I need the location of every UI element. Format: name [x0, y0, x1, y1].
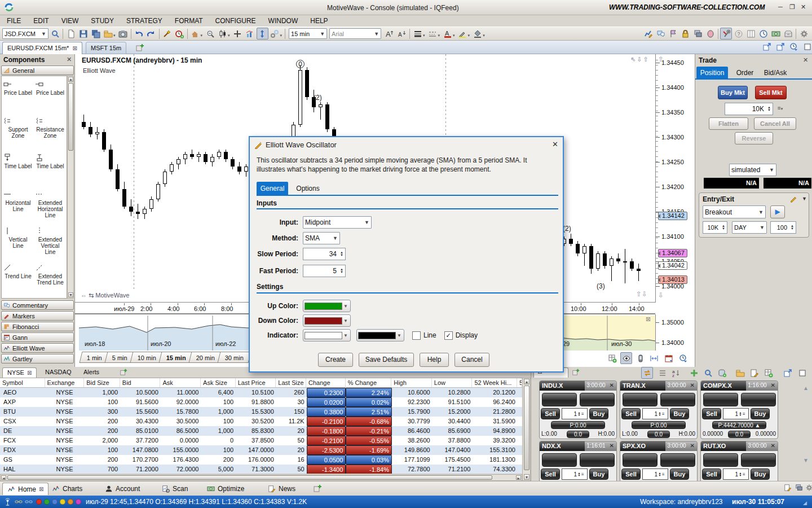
dom-buy-button[interactable]: Buy — [751, 468, 770, 480]
component-item[interactable]: Resistance Zone — [35, 115, 65, 151]
dom-sell-button[interactable]: Sell — [541, 408, 560, 419]
column-header-last-size[interactable]: Last Size — [276, 378, 306, 387]
account-select[interactable]: simulated▼ — [729, 164, 776, 176]
component-item[interactable]: Time Label — [3, 152, 33, 187]
table-row-HAL[interactable]: HALNYSE70071.200072.00005,00071.300050-1… — [0, 465, 522, 474]
column-header--change[interactable]: % Change — [346, 378, 392, 387]
table-row-FCX[interactable]: FCXNYSE2,00037.72000.0000037.850050-0.21… — [0, 436, 522, 445]
column-header-5[interactable]: 5 — [517, 378, 522, 387]
add-table-icon[interactable] — [762, 367, 774, 379]
stepper-arrows-icon[interactable]: ▲▼ — [577, 411, 581, 416]
tab-close-icon[interactable]: ⊠ — [27, 370, 32, 376]
column-header-symbol[interactable]: Symbol — [0, 378, 45, 387]
trade-tab-order[interactable]: Order — [731, 67, 758, 79]
components-close-icon[interactable]: ✕ — [67, 56, 72, 63]
dom-scroll-up-icon[interactable]: ▲ — [803, 385, 809, 391]
stepper-arrows-icon[interactable]: ▲▼ — [577, 472, 581, 476]
component-item[interactable]: Extended Trend Line — [35, 262, 65, 297]
dom-position-button[interactable]: P:4442.70000 ▲ — [712, 421, 766, 429]
column-header-low[interactable]: Low — [432, 378, 473, 387]
dom-bid-button[interactable] — [703, 393, 738, 406]
component-item[interactable]: Support Zone — [3, 115, 33, 151]
comments-icon[interactable] — [655, 28, 667, 40]
column-header-last-price[interactable]: Last Price — [236, 378, 276, 387]
settings-gear-icon[interactable] — [798, 28, 810, 40]
dom-buy-button[interactable]: Buy — [670, 408, 689, 419]
axis-down-icon[interactable]: ⇩ — [658, 291, 664, 299]
dom-ask-button[interactable] — [660, 393, 695, 406]
font-combo[interactable]: Arial▼ — [329, 28, 381, 39]
dom-bid-button[interactable] — [542, 393, 577, 406]
lock-alerts-icon[interactable] — [679, 28, 691, 40]
qty-presets-icon[interactable]: ≡ — [581, 472, 587, 477]
redo-icon[interactable] — [145, 28, 157, 40]
grid-columns-icon[interactable] — [745, 28, 757, 40]
sell-mkt-button[interactable]: Sell Mkt — [755, 86, 787, 99]
components-section-fibonacci[interactable]: Fibonacci — [1, 322, 74, 331]
timeframe-combo[interactable]: 15 min▼ — [289, 28, 327, 39]
dom-qty-stepper[interactable]: 1▲▼≡ — [562, 408, 588, 419]
dom-close-icon[interactable]: ✕ — [607, 441, 616, 451]
search-icon[interactable] — [49, 28, 61, 40]
stepper-arrows-icon[interactable]: ▲▼ — [766, 106, 773, 112]
table-row-BTU[interactable]: BTUNYSE30015.560015.78001,00015.53001500… — [0, 407, 522, 417]
qty-presets-icon[interactable]: ≡ — [662, 411, 668, 417]
dom-ask-button[interactable] — [660, 453, 695, 467]
stepper-arrows-icon[interactable]: ▲▼ — [657, 472, 662, 476]
link-dot[interactable] — [76, 499, 81, 505]
add-page-icon[interactable] — [313, 484, 322, 493]
time-settings-icon[interactable] — [757, 28, 769, 40]
dialog-tab-general[interactable]: General — [257, 182, 288, 195]
components-section-gann[interactable]: Gann — [1, 332, 74, 342]
tab-close-icon[interactable]: ⊠ — [39, 486, 43, 492]
highlight-icon[interactable] — [457, 28, 469, 40]
page-settings-icon[interactable] — [805, 484, 812, 492]
link-dot[interactable] — [44, 499, 50, 505]
edit-watchlist-icon[interactable] — [748, 367, 760, 379]
qty-presets-icon[interactable]: ≡ — [743, 411, 748, 417]
scroll-right-icon[interactable]: ▸ — [516, 475, 521, 480]
dom-buy-button[interactable]: Buy — [670, 468, 689, 480]
table-row-GS[interactable]: GSNYSE200170.2700176.4300200176.0000160.… — [0, 455, 522, 465]
font-increase-icon[interactable]: A — [383, 28, 395, 40]
chart-tab-2[interactable]: MSFT 15m — [86, 42, 126, 54]
time-export-icon[interactable] — [677, 352, 689, 364]
link-dot[interactable] — [36, 499, 42, 505]
auto-scale-icon[interactable] — [257, 28, 268, 40]
dom-qty-stepper[interactable]: 1▲▼≡ — [723, 468, 749, 480]
new-chart-tab-icon[interactable] — [135, 43, 144, 52]
slow-period-stepper[interactable]: 34▲▼ — [303, 248, 346, 260]
mobile-sync-icon[interactable] — [634, 352, 646, 364]
up-color-picker[interactable]: ▼ — [303, 300, 351, 312]
cancel-button[interactable]: Cancel — [454, 353, 489, 367]
layers-icon[interactable] — [692, 28, 704, 40]
dom-close-icon[interactable]: ✕ — [688, 381, 697, 391]
symbol-combo[interactable]: JSD.FXCM▼ — [2, 28, 48, 39]
link-icon[interactable] — [15, 498, 23, 506]
resize-grip[interactable]: ◢ — [803, 500, 807, 506]
dom-add-tab-icon[interactable] — [572, 368, 580, 376]
column-header-high[interactable]: High — [391, 378, 432, 387]
pencil-icon[interactable] — [789, 195, 797, 203]
menu-item-help[interactable]: HELP — [310, 17, 328, 25]
link-charts-icon[interactable] — [269, 28, 281, 40]
quotes-add-tab-icon[interactable] — [120, 368, 127, 376]
price-axis[interactable]: ⇧⇩1.344501.344001.343501.343001.342501.3… — [655, 54, 695, 303]
maximize-dom-icon[interactable] — [796, 367, 808, 379]
strategy-select[interactable]: Breakout▼ — [703, 205, 766, 218]
help-mode-icon[interactable]: ? — [732, 28, 744, 40]
link-dot[interactable] — [60, 499, 65, 505]
undo-icon[interactable] — [133, 28, 145, 40]
replay-icon[interactable] — [789, 42, 798, 51]
table-row-CSX[interactable]: CSXNYSE20030.430030.500010030.520011.2K-… — [0, 417, 522, 426]
popout-window-icon[interactable] — [762, 42, 771, 51]
add-study-icon[interactable] — [606, 352, 618, 364]
reorder-icon[interactable] — [641, 367, 653, 379]
pane-scroll-icons[interactable]: ⇧⇩ — [636, 290, 647, 298]
help-button[interactable]: Help — [420, 353, 449, 367]
dom-qty-stepper[interactable]: 1▲▼≡ — [642, 468, 668, 480]
dom-ask-button[interactable] — [580, 453, 615, 467]
line-style-icon[interactable] — [427, 28, 439, 40]
pan-tool-icon[interactable] — [189, 28, 201, 40]
sort-az-icon[interactable]: az — [670, 367, 682, 379]
